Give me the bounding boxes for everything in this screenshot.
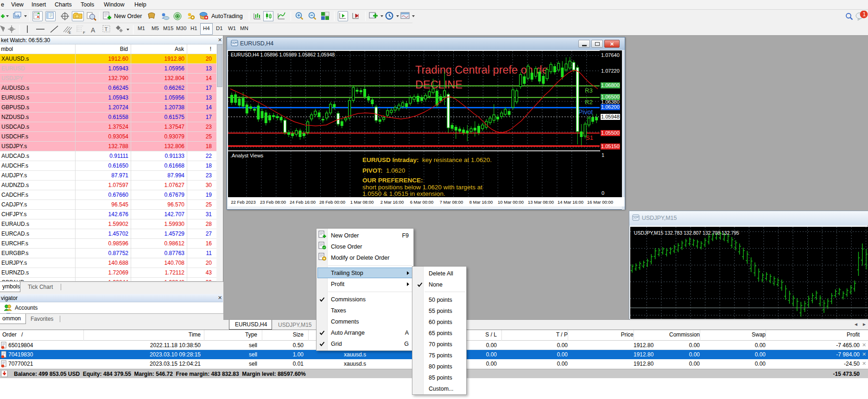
svg-text:S1: S1 (586, 134, 593, 141)
svg-text:T: T (104, 26, 108, 32)
svg-text:E: E (69, 31, 71, 35)
svg-text:R3: R3 (585, 87, 593, 94)
svg-text:EURUSD,H4 1.05896 1.05989 1.0: EURUSD,H4 1.05896 1.05989 1.05862 1.0594… (231, 52, 335, 57)
svg-text:Pivot: Pivot (578, 108, 593, 116)
svg-text:USDJPY,M15 132.783 132.807 13: USDJPY,M15 132.783 132.807 132.708 132.7… (634, 230, 739, 236)
svg-text:1: 1 (863, 11, 866, 18)
svg-text:R2: R2 (585, 99, 593, 106)
svg-text:DECLINE: DECLINE (415, 79, 463, 91)
svg-text:F: F (83, 31, 85, 35)
